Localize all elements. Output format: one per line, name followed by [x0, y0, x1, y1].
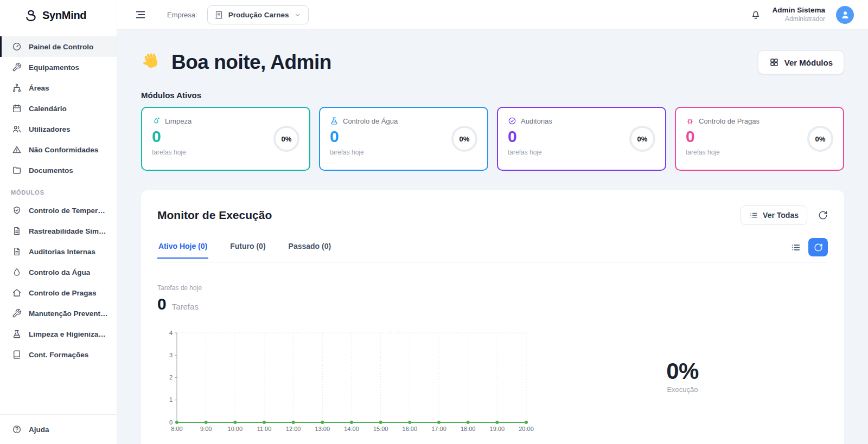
sidebar-item-label: Controlo da Água: [29, 268, 90, 276]
wrench-icon: [12, 62, 22, 72]
main-column: Empresa: Produção Carnes Admin Sistema A…: [117, 0, 868, 444]
module-card-controlo-de-pragas[interactable]: Controlo de Pragas 0 tarefas hoje 0%: [675, 107, 844, 171]
flask-icon: [330, 117, 339, 125]
warning-icon: [12, 145, 22, 155]
sidebar-item-auditorias-internas[interactable]: Auditorias Internas: [0, 241, 117, 262]
module-card-controlo-de-agua[interactable]: Controlo de Água 0 tarefas hoje 0%: [319, 107, 488, 171]
help-icon: [12, 424, 22, 434]
sidebar-item-ajuda[interactable]: Ajuda: [0, 419, 117, 440]
svg-text:0: 0: [169, 419, 173, 426]
company-label: Empresa:: [167, 11, 197, 19]
svg-text:19:00: 19:00: [490, 426, 505, 432]
synmind-logo-icon: [24, 9, 38, 23]
card-percent-ring: 0%: [451, 126, 477, 152]
sidebar-item-calendario[interactable]: Calendário: [0, 98, 117, 119]
modules-heading: Módulos Ativos: [141, 91, 844, 100]
sidebar-nav: Painel de Controlo Equipamentos Áreas Ca…: [0, 36, 117, 181]
sidebar-item-controlo-da-agua[interactable]: Controlo da Água: [0, 262, 117, 282]
module-card-limpeza[interactable]: Limpeza 0 tarefas hoje 0%: [141, 107, 310, 171]
sidebar-item-label: Limpeza e Higienização: [29, 330, 108, 338]
sidebar-item-label: Controlo de Temperat...: [29, 207, 108, 215]
sidebar-item-painel-de-controlo[interactable]: Painel de Controlo: [0, 36, 117, 57]
sidebar-item-label: Ajuda: [29, 426, 49, 434]
card-subtitle: tarefas hoje: [152, 149, 299, 156]
clean-icon: [152, 117, 161, 125]
tasks-count: 0: [157, 295, 167, 313]
drop-icon: [12, 267, 22, 277]
module-card-auditorias[interactable]: Auditorias 0 tarefas hoje 0%: [497, 107, 666, 171]
ver-todas-button[interactable]: Ver Todas: [741, 205, 807, 225]
card-title: Controlo de Água: [343, 117, 398, 125]
sidebar-item-controlo-de-pragas[interactable]: Controlo de Pragas: [0, 282, 117, 303]
sidebar-item-manutencao-preventiva[interactable]: Manutenção Preventiva: [0, 303, 117, 324]
sidebar-item-label: Cont. Formações: [29, 351, 88, 359]
tab-passado[interactable]: Passado (0): [288, 242, 333, 259]
sidebar-item-documentos[interactable]: Documentos: [0, 160, 117, 181]
sidebar: SynMind Painel de Controlo Equipamentos …: [0, 0, 117, 444]
brand-name: SynMind: [42, 9, 86, 22]
card-percent-ring: 0%: [273, 126, 299, 152]
sidebar-toggle-button[interactable]: [135, 9, 146, 21]
svg-text:14:00: 14:00: [344, 426, 359, 432]
sidebar-divider: [0, 414, 117, 415]
sidebar-item-rastreabilidade-simples[interactable]: Rastreabilidade Simples: [0, 221, 117, 241]
user-role: Administrador: [772, 15, 825, 23]
svg-text:10:00: 10:00: [228, 426, 243, 432]
execution-percent: 0%: [537, 358, 828, 384]
sidebar-item-utilizadores[interactable]: Utilizadores: [0, 119, 117, 139]
sidebar-item-controlo-de-temperatura[interactable]: Controlo de Temperat...: [0, 200, 117, 221]
svg-text:13:00: 13:00: [315, 426, 330, 432]
sidebar-item-cont-formacoes[interactable]: Cont. Formações: [0, 344, 117, 365]
card-title: Controlo de Pragas: [699, 117, 760, 125]
card-title: Auditorias: [521, 117, 552, 125]
page-title: Boa noite, Admin: [171, 51, 331, 74]
monitor-tabs-row: Ativo Hoje (0) Futuro (0) Passado (0): [157, 238, 828, 262]
svg-text:20:00: 20:00: [519, 426, 534, 432]
monitor-title: Monitor de Execução: [157, 209, 272, 222]
sidebar-item-areas[interactable]: Áreas: [0, 78, 117, 98]
company-select[interactable]: Produção Carnes: [207, 5, 309, 24]
svg-text:12:00: 12:00: [286, 426, 301, 432]
document-icon: [12, 247, 22, 256]
monitor-header: Monitor de Execução Ver Todas: [157, 205, 828, 225]
card-title: Limpeza: [165, 117, 192, 125]
wrench-icon: [12, 308, 22, 318]
svg-text:15:00: 15:00: [373, 426, 388, 432]
ver-modulos-button[interactable]: Ver Módulos: [758, 50, 844, 74]
building-icon: [214, 10, 224, 20]
sidebar-modules-nav: Controlo de Temperat... Rastreabilidade …: [0, 200, 117, 365]
svg-text:11:00: 11:00: [257, 426, 272, 432]
notifications-bell-icon[interactable]: [750, 9, 761, 20]
refresh-icon[interactable]: [818, 210, 828, 220]
tab-futuro[interactable]: Futuro (0): [229, 242, 266, 259]
users-icon: [12, 124, 22, 134]
brand-logo[interactable]: SynMind: [0, 0, 117, 30]
document-icon: [12, 226, 22, 236]
refresh-button[interactable]: [808, 238, 828, 256]
chevron-down-icon: [293, 11, 302, 19]
list-view-icon[interactable]: [790, 242, 801, 253]
greeting-row: Boa noite, Admin Ver Módulos: [141, 50, 844, 74]
sidebar-item-label: Auditorias Internas: [29, 248, 95, 256]
sidebar-item-equipamentos[interactable]: Equipamentos: [0, 57, 117, 78]
svg-text:1: 1: [169, 396, 173, 403]
monitor-tabs: Ativo Hoje (0) Futuro (0) Passado (0): [157, 242, 332, 258]
tasks-line: 0 Tarefas: [157, 295, 828, 313]
card-subtitle: tarefas hoje: [330, 149, 477, 156]
check-circle-icon: [508, 117, 516, 125]
sidebar-item-label: Áreas: [29, 84, 49, 92]
list-icon: [749, 211, 758, 220]
card-percent-ring: 0%: [629, 126, 655, 152]
card-subtitle: tarefas hoje: [686, 149, 833, 156]
sidebar-item-label: Equipamentos: [29, 63, 79, 72]
avatar[interactable]: [836, 6, 854, 24]
sidebar-item-label: Documentos: [29, 166, 73, 175]
user-name: Admin Sistema: [772, 6, 825, 15]
tab-ativo-hoje[interactable]: Ativo Hoje (0): [157, 242, 208, 259]
sidebar-item-nao-conformidades[interactable]: Não Conformidades: [0, 139, 117, 160]
card-percent-ring: 0%: [807, 126, 833, 152]
svg-text:8:00: 8:00: [171, 426, 182, 432]
hierarchy-icon: [12, 83, 22, 93]
sidebar-item-label: Manutenção Preventiva: [29, 310, 108, 318]
sidebar-item-limpeza-e-higienizacao[interactable]: Limpeza e Higienização: [0, 324, 117, 344]
